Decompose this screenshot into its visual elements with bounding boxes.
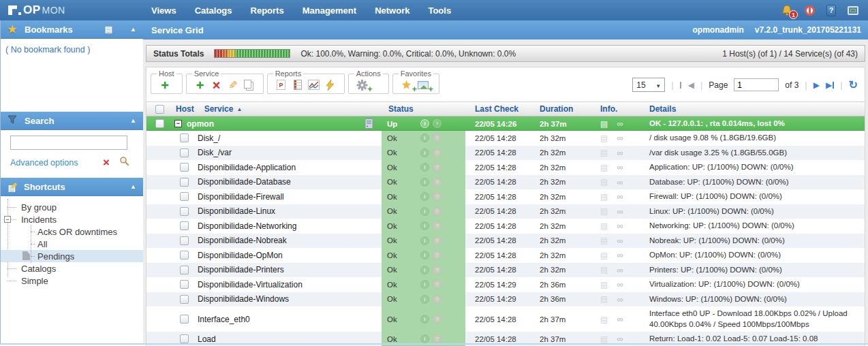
page-size-select[interactable]: 15 [632, 78, 665, 92]
service-checkbox[interactable] [180, 221, 189, 230]
add-icon[interactable] [192, 78, 208, 91]
shortcut-item-catalogs[interactable]: Catalogs [1, 262, 143, 274]
shortcut-item-pendings[interactable]: Pendings [1, 250, 143, 262]
column-header-duration[interactable]: Duration [531, 104, 589, 114]
add-icon[interactable] [157, 78, 173, 91]
critical-alert-icon[interactable] [805, 5, 815, 16]
comment-log-icon[interactable] [600, 148, 608, 157]
info-badge-icon[interactable] [420, 192, 429, 201]
service-checkbox[interactable] [180, 207, 189, 216]
notify-badge-icon[interactable] [433, 133, 441, 142]
comment-log-icon[interactable] [600, 192, 608, 202]
column-header-service[interactable]: Service [204, 104, 234, 114]
link-icon[interactable] [617, 221, 623, 231]
add-favorite-icon[interactable] [399, 78, 415, 91]
menu-tools[interactable]: Tools [428, 5, 451, 16]
service-name[interactable]: Disponibilidade-Virtualization [198, 280, 303, 289]
comment-log-icon[interactable] [600, 294, 608, 304]
actions-gear-icon[interactable] [354, 78, 371, 91]
service-checkbox[interactable] [180, 163, 189, 172]
link-icon[interactable] [617, 148, 623, 158]
comment-log-icon[interactable] [600, 163, 608, 172]
info-badge-icon[interactable] [420, 266, 429, 274]
next-page-button[interactable] [813, 80, 820, 90]
service-name[interactable]: Disponibilidade-Firewall [198, 192, 284, 202]
link-icon[interactable] [617, 133, 623, 143]
shortcuts-collapse-icon[interactable] [130, 183, 136, 190]
link-icon[interactable] [617, 265, 623, 275]
service-checkbox[interactable] [180, 133, 189, 142]
last-page-button[interactable] [826, 80, 834, 90]
comment-log-icon[interactable] [600, 251, 608, 260]
comment-log-icon[interactable] [600, 334, 608, 344]
comment-log-icon[interactable] [600, 206, 608, 216]
search-input[interactable] [10, 136, 127, 150]
copy-icon[interactable] [241, 78, 258, 91]
comment-log-icon[interactable] [600, 265, 608, 274]
notify-badge-icon[interactable] [433, 334, 441, 343]
column-header-info[interactable]: Info. [589, 104, 644, 114]
host-name[interactable]: opmon [187, 119, 214, 129]
notify-badge-icon[interactable] [433, 251, 441, 260]
service-name[interactable]: Disponibilidade-Nobreak [198, 236, 287, 245]
shortcut-item-incidents[interactable]: Incidents [1, 213, 143, 225]
shortcut-item-all[interactable]: All [1, 238, 143, 250]
menu-views[interactable]: Views [151, 5, 176, 16]
service-row[interactable]: Disponibilidade-VirtualizationOk22/05 14… [146, 277, 865, 292]
info-badge-icon[interactable] [420, 119, 429, 128]
notify-badge-icon[interactable] [433, 178, 441, 187]
comment-log-icon[interactable] [600, 315, 608, 324]
info-badge-icon[interactable] [420, 207, 429, 216]
service-name[interactable]: Disk_/ [198, 133, 220, 143]
comment-log-icon[interactable] [600, 119, 608, 129]
fullscreen-icon[interactable] [848, 6, 858, 15]
info-badge-icon[interactable] [420, 251, 429, 260]
chart-report-icon[interactable] [306, 78, 322, 91]
comment-log-icon[interactable] [600, 221, 608, 231]
comment-log-icon[interactable] [600, 133, 608, 143]
advanced-options-link[interactable]: Advanced options [10, 158, 78, 168]
shortcut-item-simple[interactable]: Simple [1, 274, 143, 287]
info-badge-icon[interactable] [420, 315, 429, 324]
page-number-input[interactable] [734, 78, 779, 91]
host-row[interactable]: opmon Up 22/05 14:26 [146, 116, 865, 131]
service-name[interactable]: Interface_eth0 [198, 315, 250, 324]
comment-log-icon[interactable] [600, 236, 608, 245]
notify-badge-icon[interactable] [433, 315, 441, 324]
search-magnifier-icon[interactable] [119, 156, 129, 169]
service-row[interactable]: Disk_/varOk22/05 14:282h 32m/var disk us… [146, 146, 865, 161]
notifications-bell-icon[interactable]: 1 [781, 4, 793, 16]
info-badge-icon[interactable] [420, 221, 429, 230]
service-checkbox[interactable] [180, 295, 189, 304]
info-badge-icon[interactable] [420, 148, 429, 157]
first-page-button[interactable] [680, 82, 682, 89]
tree-collapse-icon[interactable] [4, 216, 11, 223]
link-icon[interactable] [617, 314, 623, 324]
bookmarks-collapse-icon[interactable] [130, 26, 136, 33]
notify-badge-icon[interactable] [433, 207, 441, 216]
service-row[interactable]: Disponibilidade-NobreakOk22/05 14:282h 3… [146, 234, 865, 249]
link-icon[interactable] [617, 236, 623, 246]
quick-report-icon[interactable] [322, 78, 339, 91]
service-checkbox[interactable] [180, 251, 189, 260]
service-row[interactable]: Interface_eth0Ok22/05 14:282h 37mInterfa… [146, 306, 865, 332]
menu-reports[interactable]: Reports [251, 5, 284, 16]
service-name[interactable]: Load [198, 334, 216, 344]
bookmarks-list-icon[interactable] [105, 25, 112, 34]
column-header-details[interactable]: Details [644, 104, 865, 114]
notify-badge-icon[interactable] [433, 236, 441, 245]
notify-badge-icon[interactable] [433, 280, 441, 289]
service-row[interactable]: Disponibilidade-ApplicationOk22/05 14:28… [146, 160, 865, 175]
service-checkbox[interactable] [180, 236, 189, 245]
service-name[interactable]: Disponibilidade-Database [198, 177, 291, 187]
edit-icon[interactable] [225, 78, 241, 91]
service-checkbox[interactable] [180, 192, 189, 201]
comment-log-icon[interactable] [600, 177, 608, 187]
service-row[interactable]: Disk_/Ok22/05 14:282h 32m/ disk usage 9.… [146, 131, 865, 146]
info-badge-icon[interactable] [420, 133, 429, 142]
clear-search-icon[interactable] [103, 159, 110, 167]
previous-page-button[interactable] [688, 80, 694, 90]
link-icon[interactable] [617, 119, 623, 129]
service-name[interactable]: Disponibilidade-Linux [198, 206, 275, 216]
service-checkbox[interactable] [180, 334, 189, 343]
